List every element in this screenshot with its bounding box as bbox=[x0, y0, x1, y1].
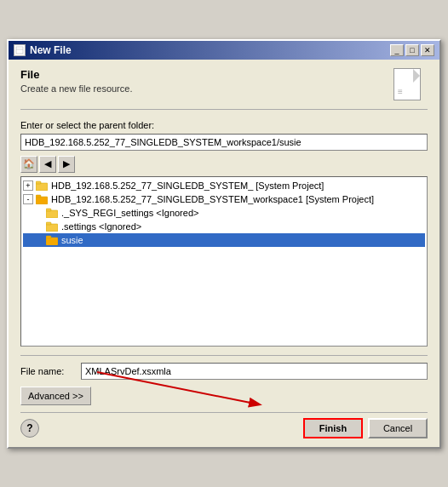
svg-rect-11 bbox=[46, 236, 51, 238]
folder-path-input[interactable] bbox=[20, 134, 428, 151]
title-bar: New File _ □ ✕ bbox=[9, 41, 439, 60]
back-button[interactable]: ◀ bbox=[39, 156, 56, 173]
tree-item[interactable]: .settings <Ignored> bbox=[23, 220, 425, 233]
tree-item-label: ._SYS_REGI_settings <Ignored> bbox=[61, 208, 198, 218]
window-body: File Create a new file resource. Enter o… bbox=[9, 60, 439, 447]
header-section: File Create a new file resource. bbox=[20, 68, 428, 110]
file-name-input[interactable] bbox=[81, 363, 428, 380]
header-text: File Create a new file resource. bbox=[20, 68, 132, 94]
finish-button[interactable]: Finish bbox=[303, 418, 363, 438]
tree-item-selected[interactable]: susie bbox=[23, 233, 425, 247]
svg-rect-9 bbox=[46, 222, 51, 225]
help-button[interactable]: ? bbox=[20, 419, 39, 438]
window-icon bbox=[14, 44, 26, 56]
tree-item[interactable]: ._SYS_REGI_settings <Ignored> bbox=[23, 206, 425, 220]
svg-rect-4 bbox=[36, 197, 48, 204]
svg-rect-7 bbox=[46, 209, 51, 211]
svg-rect-2 bbox=[36, 183, 48, 191]
window-controls: _ □ ✕ bbox=[390, 44, 434, 56]
tree-item-label: HDB_192.168.5.252_77_SINGLEDB_SYSTEM_ [S… bbox=[51, 180, 324, 191]
page-subtitle: Create a new file resource. bbox=[20, 83, 132, 94]
tree-item[interactable]: - HDB_192.168.5.252_77_SINGLEDB_SYSTEM_w… bbox=[23, 192, 425, 206]
advanced-button[interactable]: Advanced >> bbox=[20, 387, 91, 405]
folder-label: Enter or select the parent folder: bbox=[20, 120, 428, 130]
divider bbox=[20, 355, 428, 356]
tree-toolbar: 🏠 ◀ ▶ bbox=[20, 156, 428, 173]
home-button[interactable]: 🏠 bbox=[20, 156, 37, 173]
action-buttons: Finish Cancel bbox=[303, 418, 428, 438]
minimize-button[interactable]: _ bbox=[390, 44, 404, 56]
close-button[interactable]: ✕ bbox=[421, 44, 434, 56]
window-title: New File bbox=[30, 44, 72, 56]
bottom-section: ? Finish Cancel bbox=[20, 412, 428, 438]
file-icon-container bbox=[393, 68, 424, 102]
folder-open-icon bbox=[35, 193, 49, 205]
file-name-label: File name: bbox=[20, 366, 76, 376]
tree-item-label: .settings <Ignored> bbox=[61, 221, 141, 232]
folder-icon bbox=[45, 207, 59, 219]
svg-rect-0 bbox=[16, 47, 23, 54]
expand-icon[interactable]: - bbox=[23, 194, 33, 204]
tree-item-label: susie bbox=[61, 235, 83, 245]
page-title: File bbox=[20, 68, 132, 81]
svg-rect-10 bbox=[46, 238, 58, 245]
tree-item-label: HDB_192.168.5.252_77_SINGLEDB_SYSTEM_wor… bbox=[51, 194, 374, 204]
expand-icon[interactable]: + bbox=[23, 180, 33, 191]
folder-icon bbox=[35, 180, 49, 192]
title-bar-left: New File bbox=[14, 44, 72, 56]
svg-rect-6 bbox=[46, 210, 58, 218]
folder-tree[interactable]: + HDB_192.168.5.252_77_SINGLEDB_SYSTEM_ … bbox=[20, 176, 428, 347]
cancel-button[interactable]: Cancel bbox=[368, 418, 428, 438]
new-file-dialog: New File _ □ ✕ File Create a new file re… bbox=[7, 39, 441, 449]
svg-rect-3 bbox=[36, 181, 41, 184]
maximize-button[interactable]: □ bbox=[405, 44, 419, 56]
forward-button[interactable]: ▶ bbox=[58, 156, 75, 173]
file-name-row: File name: bbox=[20, 363, 428, 380]
folder-icon bbox=[45, 234, 59, 246]
file-icon-big bbox=[393, 68, 421, 100]
svg-rect-5 bbox=[36, 195, 41, 198]
tree-item[interactable]: + HDB_192.168.5.252_77_SINGLEDB_SYSTEM_ … bbox=[23, 179, 425, 192]
folder-icon bbox=[45, 221, 59, 232]
svg-rect-8 bbox=[46, 224, 58, 232]
